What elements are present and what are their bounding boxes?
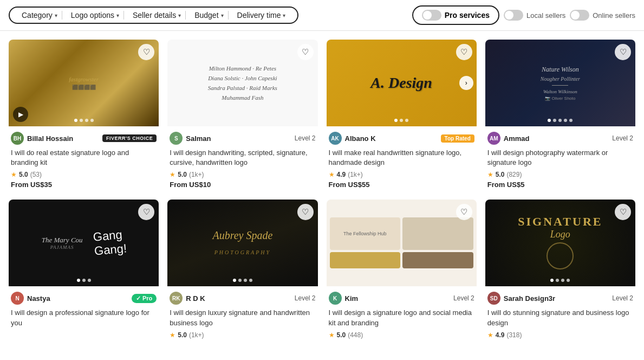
- card-seller: S Salman Level 2: [170, 132, 315, 145]
- star-icon: ★: [487, 171, 493, 178]
- card-seller: AM Ammad Level 2: [487, 132, 633, 145]
- seller-name: Ammad: [504, 134, 609, 143]
- card-title: I will make real handwritten signature l…: [329, 148, 474, 168]
- pro-services-toggle[interactable]: Pro services: [412, 5, 499, 25]
- card-item[interactable]: Milton Hammond · Re Petes Diana Solstic …: [167, 40, 317, 191]
- star-icon: ★: [170, 171, 175, 178]
- star-icon: ★: [329, 331, 335, 339]
- card-body: AK Albano K Top Rated I will make real h…: [327, 126, 477, 191]
- local-sellers-toggle[interactable]: Local sellers: [504, 10, 565, 21]
- rating-value: 5.0: [496, 171, 505, 178]
- rating-value: 5.0: [178, 331, 187, 339]
- rating-count: (1k+): [189, 171, 204, 178]
- seller-name: Sarah Design3r: [504, 294, 609, 303]
- card-seller: SD Sarah Design3r Level 2: [487, 292, 633, 305]
- card-item[interactable]: The Fellowship Hub ♡ K Kim Level 2 I wil…: [327, 200, 477, 343]
- card-image: The Mary Cou PAJAMAS GangGang! ♡: [9, 200, 159, 286]
- wishlist-button[interactable]: ♡: [615, 44, 631, 60]
- rating-value: 5.0: [337, 331, 346, 339]
- card-image: SIGNATURE Logo ♡: [485, 200, 635, 286]
- avatar: AK: [329, 132, 342, 145]
- level-badge: Level 2: [295, 134, 316, 142]
- chevron-down-icon: ▾: [116, 12, 119, 18]
- budget-filter[interactable]: Budget ▾: [190, 11, 228, 20]
- delivery-time-filter[interactable]: Delivery time ▾: [233, 11, 290, 20]
- pro-badge: ✓ Pro: [132, 294, 157, 303]
- avatar: N: [11, 292, 24, 305]
- chevron-down-icon: ▾: [55, 12, 57, 18]
- card-title: I will design luxury signature and handw…: [170, 308, 315, 327]
- card-title: I will design a professional signature l…: [11, 308, 157, 327]
- next-arrow[interactable]: ›: [459, 76, 473, 90]
- avatar: AM: [487, 132, 500, 145]
- card-price: From US$55: [329, 181, 474, 189]
- seller-name: R D K: [186, 294, 291, 303]
- card-item[interactable]: The Mary Cou PAJAMAS GangGang! ♡ N Nasty…: [9, 200, 159, 343]
- card-item[interactable]: A. Design ♡ › AK Albano K Top Rated I wi…: [327, 40, 477, 191]
- card-item[interactable]: Aubrey Spade PHOTOGRAPHY ♡ RK R D K Leve…: [167, 200, 317, 343]
- toolbar: Category ▾ Logo options ▾ Seller details…: [0, 0, 644, 31]
- card-price: From US$35: [11, 181, 157, 189]
- category-filter[interactable]: Category ▾: [17, 11, 62, 20]
- card-rating: ★ 5.0 (1k+): [170, 171, 315, 178]
- seller-details-filter[interactable]: Seller details ▾: [128, 11, 186, 20]
- card-rating: ★ 5.0 (448): [329, 331, 474, 339]
- card-item[interactable]: Nature Wilson Nougher Pollinter Walton W…: [485, 40, 635, 191]
- seller-name: Albano K: [345, 134, 438, 143]
- online-sellers-toggle[interactable]: Online sellers: [570, 10, 635, 21]
- wishlist-button[interactable]: ♡: [456, 204, 472, 220]
- star-icon: ★: [329, 171, 335, 178]
- chevron-down-icon: ▾: [283, 12, 285, 18]
- wishlist-button[interactable]: ♡: [297, 44, 314, 60]
- card-body: SD Sarah Design3r Level 2 I will do stun…: [485, 286, 635, 343]
- level-badge: Level 2: [453, 294, 474, 302]
- logo-options-filter[interactable]: Logo options ▾: [67, 11, 124, 20]
- wishlist-button[interactable]: ♡: [297, 204, 314, 220]
- local-sellers-switch: [504, 10, 523, 21]
- card-seller: AK Albano K Top Rated: [329, 132, 474, 145]
- seller-name: Nastya: [27, 294, 128, 303]
- card-rating: ★ 5.0 (829): [487, 171, 633, 178]
- rating-value: 4.9: [496, 331, 505, 339]
- card-seller: K Kim Level 2: [329, 292, 474, 305]
- avatar: K: [329, 292, 342, 305]
- card-image: Milton Hammond · Re Petes Diana Solstic …: [167, 40, 317, 126]
- card-rating: ★ 5.0 (1k+): [170, 331, 315, 339]
- card-image: fastgrowster ⬛⬛⬛⬛ ♡ ▶: [9, 40, 159, 126]
- play-button[interactable]: ▶: [13, 107, 28, 122]
- level-badge: Level 2: [295, 294, 316, 302]
- card-body: K Kim Level 2 I will design a signature …: [327, 286, 477, 343]
- star-icon: ★: [487, 331, 493, 339]
- card-item[interactable]: SIGNATURE Logo ♡ SD Sarah Design3r Level…: [485, 200, 635, 343]
- card-image: The Fellowship Hub ♡: [327, 200, 477, 286]
- avatar: BH: [11, 132, 24, 145]
- star-icon: ★: [11, 171, 17, 178]
- card-body: BH Billal Hossain FIVERR'S CHOICE I will…: [9, 126, 159, 191]
- card-body: RK R D K Level 2 I will design luxury si…: [167, 286, 317, 343]
- card-seller: RK R D K Level 2: [170, 292, 315, 305]
- toggle-group: Pro services Local sellers Online seller…: [412, 5, 635, 25]
- cards-grid: fastgrowster ⬛⬛⬛⬛ ♡ ▶ BH Billal Hossain …: [0, 31, 644, 352]
- card-body: AM Ammad Level 2 I will design photograp…: [485, 126, 635, 191]
- card-title: I will do real estate signature logo and…: [11, 148, 157, 168]
- wishlist-button[interactable]: ♡: [456, 44, 472, 60]
- card-seller: N Nastya ✓ Pro: [11, 292, 157, 305]
- rating-count: (448): [348, 331, 363, 339]
- seller-name: Kim: [345, 294, 451, 303]
- card-seller: BH Billal Hossain FIVERR'S CHOICE: [11, 132, 157, 145]
- card-image: Nature Wilson Nougher Pollinter Walton W…: [485, 40, 635, 126]
- card-price: From US$10: [170, 181, 315, 189]
- seller-name: Billal Hossain: [27, 134, 99, 143]
- filter-group: Category ▾ Logo options ▾ Seller details…: [9, 7, 298, 24]
- star-icon: ★: [170, 331, 175, 339]
- rating-count: (318): [506, 331, 522, 339]
- level-badge: Level 2: [612, 134, 633, 142]
- rating-value: 4.9: [337, 171, 346, 178]
- card-body: N Nastya ✓ Pro I will design a professio…: [9, 286, 159, 333]
- pro-services-switch: [422, 10, 441, 21]
- chevron-down-icon: ▾: [221, 12, 224, 18]
- card-item[interactable]: fastgrowster ⬛⬛⬛⬛ ♡ ▶ BH Billal Hossain …: [9, 40, 159, 191]
- card-body: S Salman Level 2 I will design handwriti…: [167, 126, 317, 191]
- seller-name: Salman: [186, 134, 291, 143]
- card-title: I will do stunning signature and busines…: [487, 308, 633, 327]
